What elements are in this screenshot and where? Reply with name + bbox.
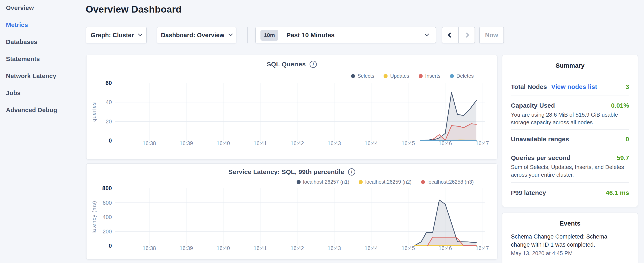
summary-row-queries-per-second: Queries per second 59.7 — [511, 154, 629, 161]
divider — [511, 148, 629, 148]
summary-title: Summary — [511, 55, 629, 69]
graph-scope-dropdown[interactable]: Graph: Cluster — [86, 27, 147, 43]
svg-text:16:45: 16:45 — [402, 140, 415, 146]
events-title: Events — [511, 213, 629, 227]
svg-text:latency (ms): latency (ms) — [91, 201, 97, 234]
chevron-right-icon — [464, 32, 469, 38]
svg-text:800: 800 — [102, 185, 112, 191]
svg-text:16:41: 16:41 — [254, 245, 267, 251]
svg-text:40: 40 — [106, 99, 112, 105]
svg-text:16:46: 16:46 — [438, 245, 452, 251]
svg-text:16:44: 16:44 — [365, 245, 378, 251]
summary-label: P99 latency — [511, 189, 546, 196]
svg-text:16:38: 16:38 — [143, 245, 156, 251]
view-nodes-list-link[interactable]: View nodes list — [551, 83, 597, 90]
svg-text:16:39: 16:39 — [180, 245, 193, 251]
summary-value: 0 — [626, 136, 629, 143]
service-latency-card: Service Latency: SQL, 99th percentile i … — [86, 163, 498, 259]
svg-text:16:38: 16:38 — [143, 140, 156, 146]
svg-text:20: 20 — [106, 118, 112, 125]
dashboard-dropdown[interactable]: Dashboard: Overview — [157, 27, 236, 43]
time-range-label: Past 10 Minutes — [286, 32, 335, 39]
summary-row-capacity-used: Capacity Used 0.01% — [511, 102, 629, 109]
next-time-button[interactable] — [458, 27, 474, 43]
graph-scope-label: Graph: Cluster — [90, 32, 134, 39]
summary-row-p99-latency: P99 latency 46.1 ms — [511, 189, 629, 196]
sidebar-item-overview[interactable]: Overview — [6, 4, 78, 12]
svg-text:0: 0 — [109, 242, 112, 249]
chevron-down-icon — [424, 32, 429, 36]
overview-dashboard-page: Overview Metrics Databases Statements Ne… — [0, 0, 644, 263]
svg-text:16:42: 16:42 — [291, 245, 304, 251]
time-range-select[interactable]: 10m Past 10 Minutes — [255, 27, 436, 43]
svg-text:16:45: 16:45 — [402, 245, 415, 251]
summary-label: Queries per second — [511, 154, 570, 161]
time-range-badge: 10m — [260, 30, 278, 41]
svg-text:16:47: 16:47 — [476, 140, 489, 146]
event-message[interactable]: Schema Change Completed: Schema change w… — [511, 232, 618, 249]
svg-text:600: 600 — [103, 200, 112, 206]
summary-description: Sum of Selects, Updates, Inserts, and De… — [511, 163, 632, 178]
prev-time-button[interactable] — [442, 27, 458, 43]
svg-text:queries: queries — [91, 102, 97, 122]
sql-queries-card: SQL Queries i SelectsUpdatesInsertsDelet… — [86, 55, 498, 160]
svg-text:16:40: 16:40 — [217, 245, 230, 251]
summary-panel: Summary Total Nodes View nodes list 3 Ca… — [502, 55, 638, 207]
svg-text:400: 400 — [103, 214, 112, 220]
svg-text:60: 60 — [106, 80, 112, 86]
svg-text:16:40: 16:40 — [217, 140, 230, 146]
summary-value: 0.01% — [611, 102, 629, 109]
summary-label: Capacity Used — [511, 102, 555, 109]
svg-text:16:47: 16:47 — [476, 245, 489, 251]
svg-text:200: 200 — [103, 228, 112, 235]
chevron-left-icon — [448, 32, 453, 38]
time-window-nav — [442, 27, 475, 43]
divider — [511, 96, 629, 96]
chevron-down-icon — [228, 32, 233, 36]
summary-label: Total Nodes — [511, 83, 547, 90]
sidebar-item-metrics[interactable]: Metrics — [6, 21, 78, 29]
toolbar-divider — [247, 27, 248, 43]
summary-row-unavailable-ranges: Unavailable ranges 0 — [511, 136, 629, 143]
now-button-label: Now — [485, 32, 498, 39]
sidebar-item-advanced-debug[interactable]: Advanced Debug — [6, 106, 78, 114]
svg-text:16:44: 16:44 — [365, 140, 378, 146]
sidebar-item-jobs[interactable]: Jobs — [6, 89, 78, 97]
svg-text:16:46: 16:46 — [438, 140, 452, 146]
event-timestamp: May 13, 2020 at 4:45 PM — [511, 250, 629, 256]
chevron-down-icon — [138, 32, 142, 36]
sql-queries-chart[interactable]: 16:3816:3916:4016:4116:4216:4316:4416:45… — [86, 55, 498, 160]
svg-text:16:39: 16:39 — [180, 140, 193, 146]
summary-value: 3 — [626, 83, 629, 90]
svg-text:16:41: 16:41 — [254, 140, 267, 146]
dashboard-label: Dashboard: Overview — [161, 32, 224, 39]
summary-label: Unavailable ranges — [511, 136, 569, 143]
divider — [511, 182, 629, 183]
svg-text:16:43: 16:43 — [328, 245, 341, 251]
summary-value: 59.7 — [617, 154, 629, 161]
now-button[interactable]: Now — [479, 27, 504, 43]
sidebar-item-databases[interactable]: Databases — [6, 38, 78, 46]
svg-text:16:42: 16:42 — [291, 140, 304, 146]
sidebar-item-statements[interactable]: Statements — [6, 55, 78, 63]
service-latency-chart[interactable]: 16:3816:3916:4016:4116:4216:4316:4416:45… — [86, 164, 498, 260]
page-title: Overview Dashboard — [86, 4, 182, 15]
sidebar-item-network-latency[interactable]: Network Latency — [6, 72, 78, 80]
summary-value: 46.1 ms — [606, 189, 629, 196]
summary-row-total-nodes: Total Nodes View nodes list 3 — [511, 83, 629, 90]
summary-description: You are using 28.6 MiB of 515.9 GiB usab… — [511, 111, 632, 126]
svg-text:0: 0 — [109, 137, 112, 144]
divider — [511, 129, 629, 130]
svg-text:16:43: 16:43 — [328, 140, 341, 146]
sidebar: Overview Metrics Databases Statements Ne… — [6, 4, 78, 123]
events-panel: Events Schema Change Completed: Schema c… — [502, 212, 638, 263]
